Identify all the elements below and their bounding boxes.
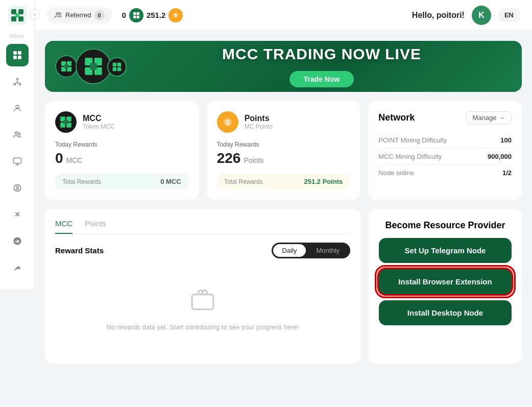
topbar-left: Referred 0 0 251.2 $ — [47, 7, 183, 23]
points-card: $ Points MC Points Today Rewards 226 Poi… — [207, 101, 360, 200]
svg-text:$: $ — [226, 118, 229, 126]
gold-coin-icon: $ — [168, 8, 183, 22]
network-card-header: Network Manage → — [378, 111, 512, 124]
point-mining-label: POINT Mining Difficulty — [378, 136, 447, 144]
mcc-coin-icon — [129, 8, 143, 22]
points-card-title-group: Points MC Points — [245, 114, 273, 130]
sidebar-item-dashboard[interactable] — [6, 44, 29, 66]
mcc-card-header: MCC Token MCC — [55, 111, 188, 133]
referred-count: 0 — [94, 10, 105, 20]
svg-rect-41 — [117, 67, 122, 71]
daily-toggle[interactable]: Daily — [273, 244, 306, 257]
svg-point-21 — [59, 13, 61, 14]
sidebar-item-network[interactable] — [6, 70, 29, 93]
monthly-toggle[interactable]: Monthly — [307, 244, 349, 257]
banner-text-section: MCC TRADING NOW LIVE Trade Now — [137, 45, 506, 87]
svg-point-7 — [14, 84, 15, 85]
banner-icons — [55, 46, 137, 87]
points-total-value: 251.2 Points — [304, 178, 343, 185]
sidebar-item-telegram[interactable] — [6, 230, 29, 252]
bottom-section: MCC Points Reward Stats Daily Monthly — [45, 209, 522, 364]
svg-rect-40 — [113, 67, 117, 71]
svg-rect-4 — [18, 16, 23, 21]
svg-point-20 — [56, 12, 58, 14]
referred-badge[interactable]: Referred 0 — [47, 7, 112, 23]
svg-rect-32 — [64, 64, 68, 68]
svg-point-19 — [16, 186, 18, 188]
svg-rect-2 — [18, 9, 23, 14]
menu-label: MENU — [9, 34, 25, 39]
mcc-card-icon — [55, 111, 77, 133]
greeting-text: Hello, poitori! — [412, 11, 465, 20]
tab-points[interactable]: Points — [85, 219, 106, 234]
sidebar-item-referrals[interactable] — [6, 124, 29, 146]
main-content: Referred 0 0 251.2 $ Hello, poitori! K E… — [35, 0, 532, 407]
tab-mcc[interactable]: MCC — [55, 219, 72, 234]
resource-provider-title: Become Resource Provider — [379, 219, 512, 232]
mcc-card: MCC Token MCC Today Rewards 0 MCC Total … — [45, 101, 199, 200]
points-card-subtitle: MC Points — [245, 123, 273, 130]
mcc-total-value: 0 MCC — [160, 178, 181, 185]
network-row-point-mining: POINT Mining Difficulty 100 — [378, 132, 512, 149]
points-card-icon: $ — [217, 111, 238, 133]
banner-title: MCC TRADING NOW LIVE — [137, 45, 506, 63]
points-total-label: Total Rewards — [224, 178, 263, 185]
time-toggle-group: Daily Monthly — [272, 243, 350, 258]
sidebar-expand-btn[interactable]: › — [30, 9, 40, 19]
trade-now-button[interactable]: Trade Now — [289, 71, 354, 87]
mcc-today-amount: 0 MCC — [55, 150, 188, 166]
topbar-right: Hello, poitori! K EN — [412, 6, 520, 25]
setup-telegram-button[interactable]: Set Up Telegram Node — [379, 238, 512, 263]
svg-rect-15 — [13, 158, 21, 163]
empty-rewards-state: No rewards data yet. Start contributing … — [55, 267, 350, 353]
referred-label: Referred — [65, 11, 91, 19]
manage-button[interactable]: Manage → — [466, 111, 512, 124]
points-total-rewards: Total Rewards 251.2 Points — [217, 174, 350, 189]
svg-line-11 — [17, 83, 20, 84]
network-rows: POINT Mining Difficulty 100 MCC Mining D… — [378, 132, 512, 181]
topbar: Referred 0 0 251.2 $ Hello, poitori! K E… — [35, 0, 532, 31]
network-row-mcc-mining: MCC Mining Difficulty 900,000 — [378, 149, 512, 165]
sidebar-item-account[interactable] — [6, 177, 29, 199]
network-row-node-online: Node online 1/2 — [378, 165, 512, 181]
referred-icon — [54, 11, 62, 19]
sidebar-item-profile[interactable] — [6, 97, 29, 119]
point-mining-value: 100 — [500, 136, 512, 144]
node-online-label: Node online — [378, 169, 414, 177]
sidebar-item-other[interactable] — [6, 256, 29, 279]
mcc-count: 0 — [122, 11, 126, 19]
svg-line-10 — [14, 83, 17, 84]
svg-point-12 — [16, 105, 19, 108]
node-online-value: 1/2 — [502, 169, 512, 177]
network-title: Network — [378, 112, 415, 123]
sidebar-item-monitor[interactable] — [6, 150, 29, 173]
reward-tabs: MCC Points — [55, 219, 350, 234]
mcc-amount-unit: MCC — [66, 156, 83, 164]
avatar[interactable]: K — [472, 6, 491, 25]
svg-rect-5 — [15, 13, 19, 17]
language-selector[interactable]: EN — [498, 8, 520, 22]
install-desktop-node-button[interactable]: Install Desktop Node — [379, 300, 512, 325]
empty-icon — [190, 287, 215, 317]
app-logo[interactable] — [8, 6, 27, 25]
svg-point-14 — [18, 133, 20, 135]
svg-point-13 — [15, 132, 17, 134]
points-card-title: Points — [245, 114, 273, 123]
mcc-mining-value: 900,000 — [488, 153, 512, 160]
sidebar-item-x[interactable]: ✕ — [6, 203, 29, 226]
points-value: 251.2 — [147, 11, 166, 19]
banner: MCC TRADING NOW LIVE Trade Now — [45, 41, 522, 92]
svg-rect-25 — [137, 15, 139, 18]
points-today-amount: 226 Points — [217, 150, 350, 166]
svg-rect-1 — [11, 9, 16, 14]
svg-rect-3 — [11, 16, 16, 21]
points-amount-unit: Points — [244, 156, 263, 164]
svg-text:$: $ — [175, 13, 177, 17]
mcc-total-rewards: Total Rewards 0 MCC — [55, 174, 188, 189]
mcc-card-title-group: MCC Token MCC — [83, 114, 115, 130]
install-browser-extension-button[interactable]: Install Browser Extension — [379, 269, 512, 294]
mcc-total-label: Total Rewards — [62, 178, 101, 185]
mcc-mining-label: MCC Mining Difficulty — [378, 153, 442, 160]
sidebar: › MENU — [0, 0, 35, 289]
empty-rewards-text: No rewards data yet. Start contributing … — [106, 322, 299, 333]
